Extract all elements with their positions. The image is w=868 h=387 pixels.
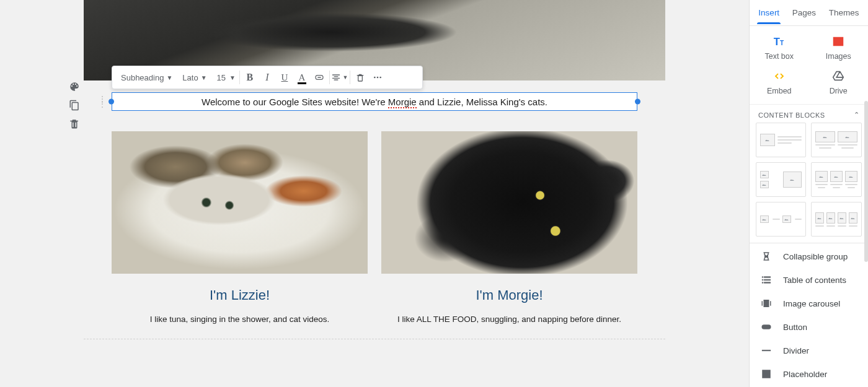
layout-thumb-2[interactable] <box>811 123 862 157</box>
divider-label: Divider <box>783 346 809 355</box>
more-options-button[interactable] <box>369 69 386 86</box>
insert-quick-grid: TT Text box Images Embed Drive <box>750 26 868 104</box>
delete-icon[interactable] <box>68 118 81 130</box>
underline-button[interactable]: U <box>276 69 293 86</box>
placeholder-icon <box>761 368 772 380</box>
two-column-section: I'm Lizzie! I like tuna, singing in the … <box>112 131 637 324</box>
font-size-value: 15 <box>217 73 226 82</box>
insert-images-label: Images <box>826 52 851 61</box>
morgie-title[interactable]: I'm Morgie! <box>381 287 637 303</box>
font-size-select[interactable]: 15 ▼ <box>212 69 238 85</box>
lizzie-title[interactable]: I'm Lizzie! <box>112 287 368 303</box>
font-family-select[interactable]: Lato ▼ <box>177 69 211 85</box>
svg-text:T: T <box>774 36 780 47</box>
drag-handle-icon[interactable]: ⋮⋮⋮⋮ <box>98 97 104 107</box>
lizzie-description[interactable]: I like tuna, singing in the shower, and … <box>112 315 368 324</box>
embed-icon <box>773 69 786 83</box>
insert-divider[interactable]: Divider <box>750 339 868 362</box>
text-style-value: Subheading <box>121 73 164 82</box>
resize-handle-left[interactable] <box>108 99 114 105</box>
tab-pages[interactable]: Pages <box>790 2 818 24</box>
resize-handle-right[interactable] <box>635 99 640 105</box>
column-morgie[interactable]: I'm Morgie! I like ALL THE FOOD, snuggli… <box>381 131 637 324</box>
insert-drive-label: Drive <box>830 87 848 95</box>
sidebar-tabs: Insert Pages Themes <box>750 0 868 26</box>
insert-drive[interactable]: Drive <box>809 67 869 98</box>
morgie-image[interactable] <box>381 131 637 274</box>
layout-thumb-1[interactable] <box>756 123 806 157</box>
insert-image-carousel[interactable]: Image carousel <box>750 292 868 315</box>
insert-collapsible-group[interactable]: Collapsible group <box>750 245 868 268</box>
morgie-description[interactable]: I like ALL THE FOOD, snuggling, and napp… <box>381 315 637 324</box>
insert-list: Collapsible group Table of contents Imag… <box>750 243 868 386</box>
welcome-text-pre: Welcome to our Google Sites website! We'… <box>202 97 388 107</box>
svg-rect-7 <box>762 350 771 351</box>
svg-point-0 <box>374 77 376 79</box>
insert-images[interactable]: Images <box>809 32 869 63</box>
welcome-text-spellflag: Morgie <box>388 97 417 108</box>
layout-thumb-4[interactable] <box>811 162 862 197</box>
svg-text:T: T <box>780 40 784 46</box>
content-blocks-label: CONTENT BLOCKS <box>758 111 825 119</box>
insert-placeholder[interactable]: Placeholder <box>750 362 868 386</box>
insert-embed[interactable]: Embed <box>750 67 809 98</box>
svg-rect-5 <box>764 300 769 307</box>
selected-text-block[interactable]: ⋮⋮⋮⋮ Welcome to our Google Sites website… <box>112 92 637 111</box>
italic-button[interactable]: I <box>259 69 276 86</box>
lizzie-image[interactable] <box>112 131 368 274</box>
duplicate-icon[interactable] <box>68 99 81 111</box>
welcome-text-post: and Lizzie, Melissa King's cats. <box>417 97 547 107</box>
editor-canvas-area: Subheading ▼ Lato ▼ 15 ▼ B I U A ▼ <box>0 0 749 387</box>
placeholder-label: Placeholder <box>783 370 827 379</box>
align-button[interactable]: ▼ <box>331 69 348 86</box>
text-style-select[interactable]: Subheading ▼ <box>116 69 177 85</box>
toc-label: Table of contents <box>783 276 846 285</box>
section-divider <box>84 339 665 339</box>
insert-text-box-label: Text box <box>764 52 794 61</box>
divider-icon <box>761 345 772 356</box>
text-format-toolbar: Subheading ▼ Lato ▼ 15 ▼ B I U A ▼ <box>112 66 423 89</box>
element-side-tools <box>67 80 82 130</box>
sidebar-scrollbar[interactable] <box>864 101 868 262</box>
palette-icon[interactable] <box>68 80 81 93</box>
chevron-up-icon: ⌃ <box>854 111 860 119</box>
insert-button[interactable]: Button <box>750 315 868 339</box>
insert-text-box[interactable]: TT Text box <box>750 32 809 63</box>
insert-toc[interactable]: Table of contents <box>750 268 868 292</box>
svg-rect-6 <box>762 325 771 329</box>
carousel-icon <box>761 298 772 309</box>
tab-insert[interactable]: Insert <box>756 2 782 24</box>
font-family-value: Lato <box>182 73 198 82</box>
text-box-icon: TT <box>773 35 786 48</box>
images-icon <box>831 35 845 48</box>
welcome-text[interactable]: Welcome to our Google Sites website! We'… <box>202 97 547 107</box>
svg-point-1 <box>377 77 379 79</box>
column-lizzie[interactable]: I'm Lizzie! I like tuna, singing in the … <box>112 131 368 324</box>
bold-button[interactable]: B <box>241 69 259 86</box>
content-blocks-header[interactable]: CONTENT BLOCKS ⌃ <box>750 104 868 123</box>
button-icon <box>761 321 772 333</box>
layout-thumb-5[interactable] <box>756 202 806 237</box>
carousel-label: Image carousel <box>783 299 840 308</box>
remove-element-button[interactable] <box>352 69 369 86</box>
tab-themes[interactable]: Themes <box>826 2 862 24</box>
toolbar-separator <box>329 71 330 84</box>
svg-point-2 <box>379 77 381 79</box>
layout-templates-grid <box>750 123 868 243</box>
collapsible-icon <box>761 251 772 262</box>
toolbar-separator <box>350 71 350 84</box>
button-label: Button <box>783 323 807 332</box>
layout-thumb-6[interactable] <box>811 202 862 237</box>
right-sidebar: Insert Pages Themes TT Text box Images E… <box>749 0 868 387</box>
insert-embed-label: Embed <box>767 87 792 95</box>
toolbar-separator <box>239 71 240 84</box>
insert-link-button[interactable] <box>311 69 328 86</box>
layout-thumb-3[interactable] <box>756 162 806 197</box>
collapsible-label: Collapsible group <box>783 252 848 261</box>
drive-icon <box>831 69 845 83</box>
toc-icon <box>761 274 772 285</box>
text-color-button[interactable]: A <box>293 69 311 86</box>
